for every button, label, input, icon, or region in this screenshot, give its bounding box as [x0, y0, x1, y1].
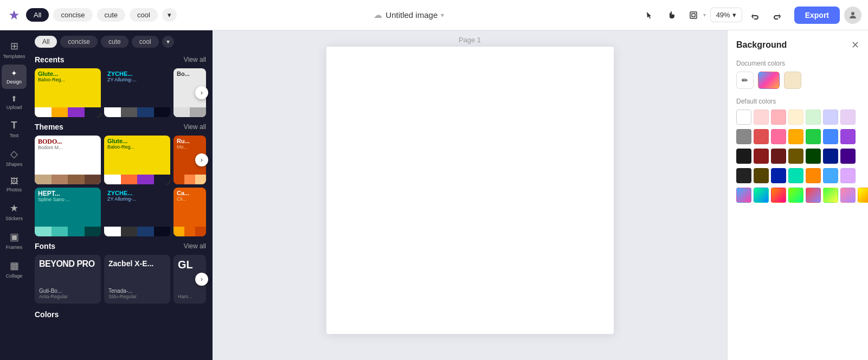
- filter-cute-btn[interactable]: cute: [97, 8, 126, 22]
- sidebar-item-collage[interactable]: ▦ Collage: [2, 255, 27, 283]
- themes-title: Themes: [35, 123, 63, 131]
- hand-tool-btn[interactable]: [663, 8, 680, 23]
- undo-btn[interactable]: [747, 8, 764, 23]
- recent-card-1[interactable]: Glute... Baloo-Reg...: [35, 68, 101, 117]
- color-dark-red[interactable]: [754, 149, 769, 164]
- document-colors-label: Document colors: [736, 60, 859, 67]
- color-black2[interactable]: [736, 168, 751, 183]
- color-dark-green[interactable]: [806, 149, 821, 164]
- fonts-next-btn[interactable]: ›: [195, 273, 208, 286]
- color-peach[interactable]: [788, 110, 803, 125]
- export-btn[interactable]: Export: [794, 7, 840, 24]
- sidebar-item-templates[interactable]: ⊞ Templates: [2, 36, 27, 63]
- user-avatar-btn[interactable]: [844, 7, 861, 24]
- color-amber[interactable]: [806, 168, 821, 183]
- themes-view-all[interactable]: View all: [184, 123, 206, 131]
- doc-color-tan[interactable]: [784, 72, 801, 89]
- theme-card-6[interactable]: Ca... Cli...: [173, 188, 206, 236]
- background-panel-close-btn[interactable]: ✕: [851, 39, 859, 51]
- tab-all[interactable]: All: [35, 36, 57, 48]
- filter-all-btn[interactable]: All: [26, 8, 49, 22]
- themes-next-btn[interactable]: ›: [195, 153, 208, 166]
- color-olive-dark[interactable]: [754, 168, 769, 183]
- recents-view-all[interactable]: View all: [184, 56, 206, 63]
- sidebar-label-templates: Templates: [3, 54, 25, 59]
- color-blue[interactable]: [823, 129, 838, 144]
- recents-next-btn[interactable]: ›: [195, 86, 208, 99]
- frame-tool-btn[interactable]: [685, 8, 702, 23]
- font-card-1[interactable]: BEYOND PRO Guti-Bo... Anta-Regular: [35, 255, 101, 304]
- gradient-5[interactable]: [806, 188, 821, 203]
- color-maroon[interactable]: [771, 149, 786, 164]
- color-lilac[interactable]: [840, 168, 856, 183]
- theme-card-5[interactable]: ZYCHE... ZY Alluring-...: [104, 188, 170, 236]
- sidebar-item-upload[interactable]: ⬆ Upload: [2, 90, 27, 114]
- gradient-4[interactable]: [788, 188, 803, 203]
- sidebar-item-stickers[interactable]: ★ Stickers: [2, 198, 27, 226]
- tab-cute[interactable]: cute: [101, 36, 128, 48]
- gradient-2[interactable]: [754, 188, 769, 203]
- color-light-pink[interactable]: [754, 110, 769, 125]
- color-near-black[interactable]: [736, 149, 751, 164]
- doc-colors-row: ✏: [736, 72, 859, 89]
- color-dark-blue[interactable]: [823, 149, 838, 164]
- sidebar-item-photos[interactable]: 🖼 Photos: [2, 172, 27, 197]
- color-dark-brown[interactable]: [788, 149, 803, 164]
- sidebar-item-text[interactable]: T Text: [2, 115, 27, 143]
- color-lavender[interactable]: [840, 110, 856, 125]
- color-sky[interactable]: [823, 168, 838, 183]
- color-cobalt[interactable]: [771, 168, 786, 183]
- font-card-2[interactable]: Zacbel X-E... Tenada-... Stilu-Regular: [104, 255, 170, 304]
- recent-card-2[interactable]: ZYCHE... ZY Alluring-...: [104, 68, 170, 117]
- color-orange[interactable]: [788, 129, 803, 144]
- chevron-down-icon: ▾: [168, 11, 171, 19]
- doc-title-area[interactable]: ☁ Untitled image ▾: [374, 10, 444, 20]
- theme-card-2[interactable]: Glute... Baloo-Reg...: [104, 136, 170, 184]
- color-deep-purple[interactable]: [840, 149, 856, 164]
- sidebar-item-design[interactable]: ✦ Design: [2, 65, 27, 89]
- color-gray[interactable]: [736, 129, 751, 144]
- tab-concise[interactable]: concise: [60, 36, 98, 48]
- color-pink[interactable]: [771, 110, 786, 125]
- color-purple[interactable]: [840, 129, 856, 144]
- gradient-8[interactable]: [858, 188, 868, 203]
- sidebar-label-photos: Photos: [7, 187, 22, 192]
- sidebar-item-shapes[interactable]: ◇ Shapes: [2, 144, 27, 171]
- fonts-view-all[interactable]: View all: [184, 242, 206, 250]
- filter-concise-btn[interactable]: concise: [53, 8, 92, 22]
- eyedropper-btn[interactable]: ✏: [736, 72, 754, 89]
- gradient-1[interactable]: [736, 188, 751, 203]
- filter-more-btn[interactable]: ▾: [162, 8, 177, 22]
- color-green[interactable]: [806, 129, 821, 144]
- sidebar-item-frames[interactable]: ▣ Frames: [2, 227, 27, 254]
- logo[interactable]: [7, 8, 22, 23]
- color-hot-pink[interactable]: [771, 129, 786, 144]
- color-light-green[interactable]: [806, 110, 821, 125]
- tab-cool[interactable]: cool: [132, 36, 159, 48]
- fonts-grid: BEYOND PRO Guti-Bo... Anta-Regular Zacbe…: [35, 255, 206, 304]
- color-periwinkle[interactable]: [823, 110, 838, 125]
- gradient-3[interactable]: [771, 188, 786, 203]
- color-red[interactable]: [754, 129, 769, 144]
- select-tool-btn[interactable]: [641, 8, 659, 23]
- doc-color-gradient[interactable]: [758, 72, 780, 89]
- redo-btn[interactable]: [768, 8, 786, 23]
- color-teal[interactable]: [788, 168, 803, 183]
- chevron-down-icon: ▾: [441, 11, 444, 19]
- gradient-7[interactable]: [840, 188, 856, 203]
- filter-cool-btn[interactable]: cool: [130, 8, 158, 22]
- filter-tabs: All concise cute cool ▾: [35, 36, 206, 48]
- color-white[interactable]: [736, 110, 751, 125]
- zoom-btn[interactable]: 49% ▾: [710, 8, 742, 22]
- gradient-6[interactable]: [823, 188, 838, 203]
- main-layout: ⊞ Templates ✦ Design ⬆ Upload T Text ◇ S…: [0, 30, 868, 360]
- left-panel: All concise cute cool ▾ Recents View all…: [28, 30, 213, 360]
- theme-card-1[interactable]: BODO... Bodoni M...: [35, 136, 101, 184]
- default-colors-row-5: [736, 188, 859, 203]
- svg-rect-0: [690, 12, 697, 18]
- text-icon: T: [11, 120, 17, 131]
- theme-card-4[interactable]: HEPT... Spline Sans-...: [35, 188, 101, 236]
- tab-more-btn[interactable]: ▾: [162, 36, 174, 48]
- recents-grid: Glute... Baloo-Reg... ZYCHE... ZY Alluri…: [35, 68, 206, 117]
- colors-header: Colors: [35, 310, 206, 319]
